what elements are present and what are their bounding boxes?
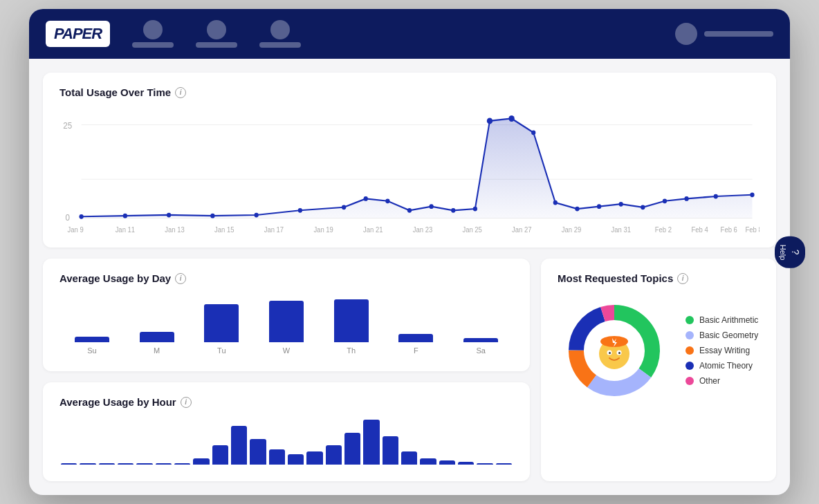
hour-bar — [156, 463, 172, 465]
legend-item: Basic Arithmetic — [685, 315, 758, 325]
svg-text:Jan 9: Jan 9 — [68, 225, 84, 233]
hour-bar — [306, 451, 322, 465]
nav-label-bar-1 — [132, 42, 174, 48]
svg-point-26 — [663, 198, 667, 203]
hour-bar — [383, 436, 398, 465]
svg-text:Jan 31: Jan 31 — [611, 225, 630, 233]
hour-bar — [80, 463, 95, 465]
nav-right-bar — [704, 31, 773, 37]
total-usage-chart: 25 0 — [59, 109, 760, 234]
total-usage-svg: 25 0 — [59, 109, 760, 234]
svg-text:Jan 13: Jan 13 — [165, 225, 185, 233]
legend-label: Basic Arithmetic — [699, 315, 758, 325]
hour-bar — [363, 420, 379, 465]
day-label: W — [283, 346, 290, 355]
avg-by-hour-chart — [59, 419, 513, 467]
svg-point-28 — [714, 194, 718, 199]
svg-point-55 — [618, 352, 620, 354]
svg-point-7 — [167, 213, 171, 218]
svg-text:Jan 17: Jan 17 — [264, 225, 284, 233]
day-col: W — [254, 301, 319, 355]
legend-label: Basic Geometry — [699, 330, 758, 340]
navbar: PAPER — [29, 9, 790, 59]
legend-label: Other — [699, 376, 720, 386]
legend-label: Atomic Theory — [699, 361, 753, 371]
nav-item-1[interactable] — [132, 20, 174, 48]
day-bar — [140, 332, 174, 342]
day-bar — [269, 301, 304, 342]
help-button[interactable]: ? Help — [775, 236, 805, 268]
avg-by-hour-title: Average Usage by Hour i — [59, 396, 513, 408]
legend-dot — [685, 377, 694, 385]
day-label: Tu — [217, 346, 226, 355]
day-label: Sa — [476, 346, 485, 355]
svg-point-21 — [553, 200, 558, 205]
legend-label: Essay Writing — [699, 346, 750, 355]
day-label: Su — [87, 346, 96, 355]
legend: Basic ArithmeticBasic GeometryEssay Writ… — [685, 315, 758, 386]
total-usage-info-icon[interactable]: i — [175, 87, 186, 98]
nav-items — [132, 20, 653, 48]
svg-point-9 — [254, 213, 258, 218]
svg-text:Jan 15: Jan 15 — [214, 225, 234, 233]
avg-by-hour-info-icon[interactable]: i — [181, 397, 192, 408]
hour-bar — [193, 458, 209, 465]
mascot-image — [590, 326, 638, 375]
svg-point-23 — [597, 204, 601, 209]
svg-point-29 — [750, 192, 754, 197]
hour-bar — [496, 463, 512, 465]
avg-by-day-card: Average Usage by Day i SuMTuWThFSa — [43, 259, 530, 371]
svg-text:Jan 23: Jan 23 — [413, 225, 433, 233]
hour-bar — [288, 454, 304, 465]
svg-point-14 — [407, 208, 412, 213]
svg-text:Jan 21: Jan 21 — [363, 225, 383, 233]
svg-point-16 — [451, 208, 455, 213]
hour-bar — [269, 449, 285, 465]
hour-bar — [344, 433, 360, 465]
hour-bar — [458, 462, 474, 465]
svg-text:Jan 11: Jan 11 — [116, 225, 135, 233]
legend-dot — [685, 346, 694, 355]
bottom-row: Average Usage by Day i SuMTuWThFSa Avera… — [43, 259, 776, 481]
avg-by-day-title: Average Usage by Day i — [59, 272, 513, 284]
donut-section: Basic ArithmeticBasic GeometryEssay Writ… — [558, 295, 760, 406]
hour-bar — [401, 451, 417, 465]
total-usage-card: Total Usage Over Time i 25 0 — [43, 73, 776, 248]
svg-text:Jan 27: Jan 27 — [512, 225, 531, 233]
day-col: Su — [59, 337, 125, 355]
legend-dot — [685, 362, 694, 370]
nav-item-3[interactable] — [259, 20, 301, 48]
donut-chart — [559, 295, 670, 406]
bottom-left: Average Usage by Day i SuMTuWThFSa Avera… — [43, 259, 530, 481]
svg-point-54 — [609, 352, 611, 354]
logo[interactable]: PAPER — [46, 21, 110, 47]
nav-right-avatar — [675, 23, 697, 45]
svg-point-27 — [684, 196, 688, 201]
svg-text:0: 0 — [65, 213, 70, 223]
hour-bar — [212, 445, 228, 465]
nav-avatar-3 — [270, 20, 290, 39]
svg-text:Jan 25: Jan 25 — [462, 225, 482, 233]
avg-by-day-info-icon[interactable]: i — [175, 273, 186, 284]
nav-label-bar-2 — [196, 42, 237, 48]
svg-text:Feb 6: Feb 6 — [721, 225, 738, 233]
svg-point-6 — [123, 214, 127, 218]
svg-point-11 — [342, 205, 346, 209]
legend-item: Essay Writing — [685, 346, 758, 355]
day-bar — [463, 338, 498, 342]
hour-bar — [136, 463, 152, 465]
day-col: Tu — [189, 304, 254, 355]
day-col: Th — [319, 299, 384, 355]
hour-bar — [477, 463, 493, 465]
nav-item-2[interactable] — [196, 20, 237, 48]
svg-point-10 — [298, 208, 302, 213]
most-requested-info-icon[interactable]: i — [677, 273, 688, 284]
svg-point-15 — [429, 204, 433, 209]
nav-avatar-2 — [207, 20, 226, 39]
day-col: F — [384, 334, 449, 355]
svg-point-19 — [508, 115, 514, 122]
day-label: M — [154, 346, 160, 355]
day-bar — [334, 299, 369, 342]
nav-right — [675, 23, 773, 45]
svg-text:Jan 19: Jan 19 — [313, 225, 333, 233]
